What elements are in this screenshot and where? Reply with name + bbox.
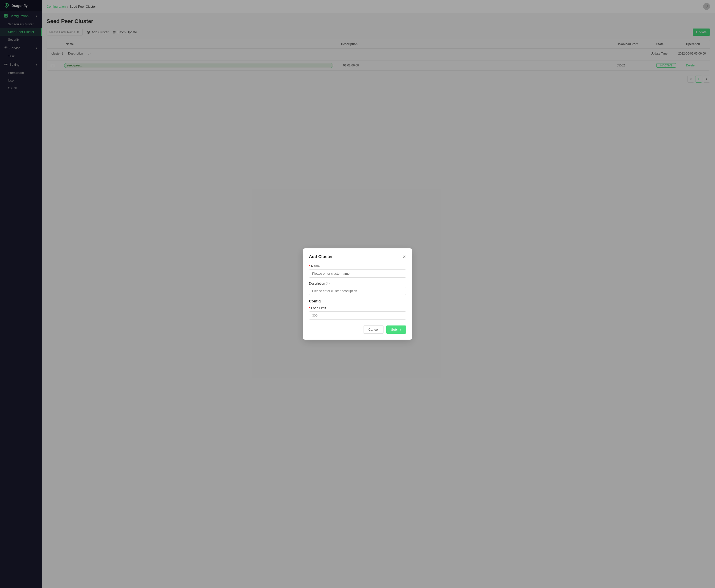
name-input[interactable] bbox=[309, 270, 406, 278]
name-label: * Name bbox=[309, 264, 406, 268]
add-cluster-modal: Add Cluster ✕ * Name Description i Confi… bbox=[303, 248, 412, 340]
description-input[interactable] bbox=[309, 287, 406, 295]
submit-button[interactable]: Submit bbox=[386, 326, 406, 334]
load-limit-input[interactable] bbox=[309, 311, 406, 319]
name-label-text: Name bbox=[311, 264, 320, 268]
name-required-star: * bbox=[309, 264, 310, 268]
modal-overlay[interactable]: Add Cluster ✕ * Name Description i Confi… bbox=[0, 0, 715, 588]
load-limit-label: * Load Limit bbox=[309, 306, 406, 310]
name-form-group: * Name bbox=[309, 264, 406, 278]
load-limit-label-text: Load Limit bbox=[311, 306, 326, 310]
description-form-group: Description i bbox=[309, 281, 406, 295]
config-section-title: Config bbox=[309, 299, 406, 303]
load-limit-required-star: * bbox=[309, 306, 310, 310]
load-limit-form-group: * Load Limit bbox=[309, 306, 406, 319]
description-label-text: Description bbox=[309, 281, 325, 285]
modal-close-button[interactable]: ✕ bbox=[402, 255, 406, 259]
description-label: Description i bbox=[309, 281, 406, 285]
modal-title: Add Cluster bbox=[309, 254, 333, 259]
modal-footer: Cancel Submit bbox=[309, 326, 406, 334]
cancel-button[interactable]: Cancel bbox=[363, 326, 384, 334]
description-info-icon: i bbox=[326, 282, 329, 285]
modal-header: Add Cluster ✕ bbox=[309, 254, 406, 259]
